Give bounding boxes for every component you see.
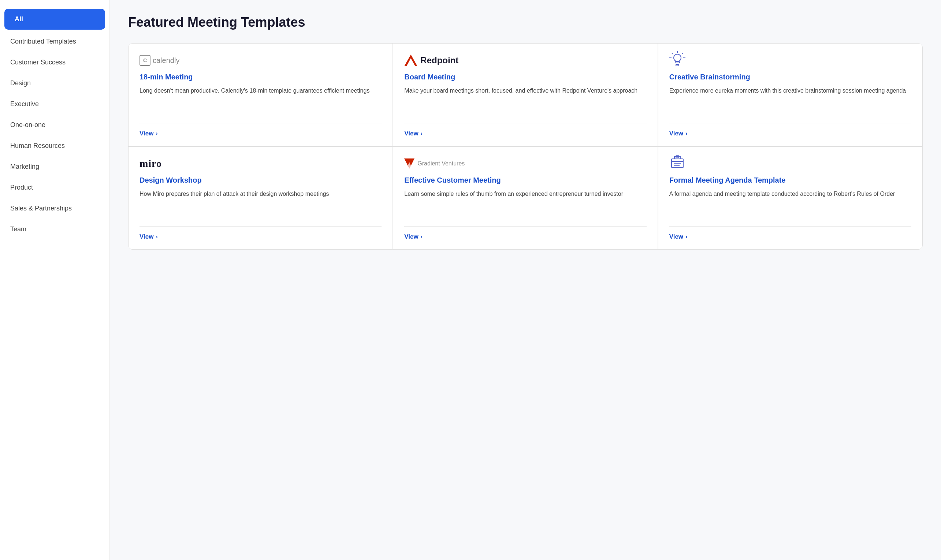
card-title-creative-brainstorming: Creative Brainstorming <box>669 72 911 82</box>
card-title-miro-design-workshop: Design Workshop <box>140 175 382 185</box>
card-desc-gradient-customer-meeting: Learn some simple rules of thumb from an… <box>404 189 646 222</box>
sidebar-item-contributed-templates[interactable]: Contributed Templates <box>0 31 109 52</box>
card-logo-formal-meeting-agenda <box>669 157 911 170</box>
chevron-right-icon: › <box>685 234 687 240</box>
card-view-calendly-18min[interactable]: View › <box>140 123 382 137</box>
view-label-redpoint-board: View <box>404 130 418 137</box>
app-layout: AllContributed TemplatesCustomer Success… <box>0 0 941 560</box>
card-logo-creative-brainstorming <box>669 54 911 67</box>
sidebar-item-human-resources[interactable]: Human Resources <box>0 135 109 156</box>
gradient-ventures-logo: Gradient Ventures <box>404 158 465 169</box>
card-miro-design-workshop: miro Design Workshop How Miro prepares t… <box>128 147 393 249</box>
card-view-redpoint-board[interactable]: View › <box>404 123 646 137</box>
sidebar-item-one-on-one[interactable]: One-on-one <box>0 115 109 135</box>
card-title-gradient-customer-meeting: Effective Customer Meeting <box>404 175 646 185</box>
chevron-right-icon: › <box>421 130 422 137</box>
calendly-logo: C calendly <box>140 55 179 66</box>
view-label-calendly-18min: View <box>140 130 153 137</box>
card-title-formal-meeting-agenda: Formal Meeting Agenda Template <box>669 175 911 185</box>
view-label-formal-meeting-agenda: View <box>669 233 683 240</box>
brainstorm-icon <box>669 51 685 70</box>
sidebar: AllContributed TemplatesCustomer Success… <box>0 0 110 560</box>
svg-rect-14 <box>671 159 683 168</box>
sidebar-item-sales-partnerships[interactable]: Sales & Partnerships <box>0 198 109 219</box>
view-label-miro-design-workshop: View <box>140 233 153 240</box>
card-formal-meeting-agenda: Formal Meeting Agenda Template A formal … <box>658 147 923 249</box>
card-creative-brainstorming: Creative Brainstorming Experience more e… <box>658 43 923 146</box>
sidebar-item-product[interactable]: Product <box>0 177 109 198</box>
svg-point-2 <box>674 54 681 62</box>
miro-logo-text: miro <box>140 158 162 169</box>
card-logo-gradient-customer-meeting: Gradient Ventures <box>404 157 646 170</box>
redpoint-triangle-icon <box>404 55 417 66</box>
sidebar-item-customer-success[interactable]: Customer Success <box>0 52 109 73</box>
chevron-right-icon: › <box>156 234 157 240</box>
main-content: Featured Meeting Templates C calendly 18… <box>110 0 941 560</box>
card-view-creative-brainstorming[interactable]: View › <box>669 123 911 137</box>
sidebar-item-marketing[interactable]: Marketing <box>0 156 109 177</box>
card-redpoint-board: Redpoint Board Meeting Make your board m… <box>393 43 657 146</box>
card-view-gradient-customer-meeting[interactable]: View › <box>404 226 646 240</box>
cards-grid: C calendly 18-min Meeting Long doesn't m… <box>128 43 923 249</box>
view-label-gradient-customer-meeting: View <box>404 233 418 240</box>
svg-line-4 <box>682 53 683 54</box>
card-gradient-customer-meeting: Gradient Ventures Effective Customer Mee… <box>393 147 657 249</box>
formal-icon <box>669 155 685 172</box>
card-desc-redpoint-board: Make your board meetings short, focused,… <box>404 86 646 118</box>
view-label-creative-brainstorming: View <box>669 130 683 137</box>
sidebar-item-executive[interactable]: Executive <box>0 94 109 115</box>
card-desc-calendly-18min: Long doesn't mean productive. Calendly's… <box>140 86 382 118</box>
chevron-right-icon: › <box>685 130 687 137</box>
card-desc-creative-brainstorming: Experience more eureka moments with this… <box>669 86 911 118</box>
card-view-miro-design-workshop[interactable]: View › <box>140 226 382 240</box>
chevron-right-icon: › <box>156 130 157 137</box>
card-title-redpoint-board: Board Meeting <box>404 72 646 82</box>
sidebar-item-team[interactable]: Team <box>0 219 109 240</box>
svg-rect-10 <box>676 65 679 66</box>
card-desc-formal-meeting-agenda: A formal agenda and meeting template con… <box>669 189 911 222</box>
sidebar-item-all[interactable]: All <box>5 9 105 30</box>
gradient-text: Gradient Ventures <box>417 160 465 167</box>
redpoint-logo: Redpoint <box>404 55 458 66</box>
page-title: Featured Meeting Templates <box>128 15 923 30</box>
sidebar-item-design[interactable]: Design <box>0 73 109 94</box>
card-desc-miro-design-workshop: How Miro prepares their plan of attack a… <box>140 189 382 222</box>
card-view-formal-meeting-agenda[interactable]: View › <box>669 226 911 240</box>
redpoint-text: Redpoint <box>420 55 458 66</box>
card-title-calendly-18min: 18-min Meeting <box>140 72 382 82</box>
calendly-text: calendly <box>153 56 179 65</box>
card-logo-redpoint-board: Redpoint <box>404 54 646 67</box>
card-logo-miro-design-workshop: miro <box>140 157 382 170</box>
card-calendly-18min: C calendly 18-min Meeting Long doesn't m… <box>128 43 393 146</box>
svg-line-6 <box>672 53 673 54</box>
calendly-icon: C <box>140 55 151 66</box>
card-logo-calendly-18min: C calendly <box>140 54 382 67</box>
chevron-right-icon: › <box>421 234 422 240</box>
